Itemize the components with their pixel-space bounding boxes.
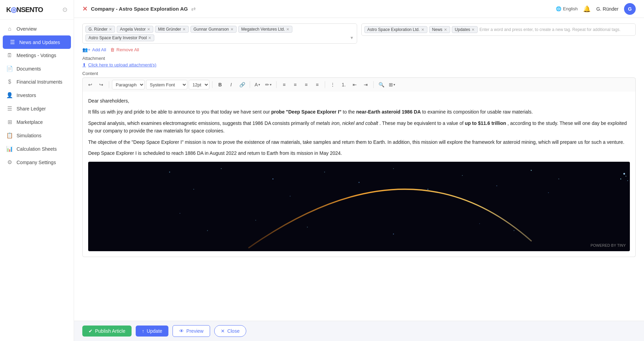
italic-button[interactable]: I xyxy=(226,80,236,89)
recipient-chip: Angela Vestor ✕ xyxy=(117,26,153,33)
settings-icon[interactable]: ⊙ xyxy=(62,6,67,13)
chip-remove-icon[interactable]: ✕ xyxy=(148,36,151,40)
globe-icon: 🌐 xyxy=(556,6,561,11)
tag-chip-remove-icon[interactable]: ✕ xyxy=(421,28,424,32)
sidebar-item-documents[interactable]: 📄Documents xyxy=(0,62,74,75)
svg-point-12 xyxy=(548,192,549,193)
update-button[interactable]: ↑ Update xyxy=(136,326,168,337)
bottombar: ✔ Publish Article ↑ Update 👁 Preview ✕ C… xyxy=(74,321,644,341)
nav-label-overview: Overview xyxy=(17,26,37,32)
sidebar-item-meetings[interactable]: 🗓Meetings - Votings xyxy=(0,49,74,62)
upload-link[interactable]: ⬆ Click here to upload attachment(s) xyxy=(82,62,636,67)
editor-wrapper: G. Ründer ✕Angela Vestor ✕Mitt Gründer ✕… xyxy=(74,18,644,263)
nav-icon-calc-sheets: 📊 xyxy=(6,146,13,152)
undo-button[interactable]: ↩ xyxy=(85,80,95,89)
add-all-button[interactable]: 👥+ Add All xyxy=(82,47,106,52)
chip-remove-icon[interactable]: ✕ xyxy=(147,27,150,32)
recipient-chip: Astro Space Early Investor Pool ✕ xyxy=(85,34,154,41)
remove-all-button[interactable]: 🗑 Remove All xyxy=(110,47,139,52)
preview-button[interactable]: 👁 Preview xyxy=(173,325,210,337)
sidebar-item-overview[interactable]: ⌂Overview xyxy=(0,22,74,35)
table-button[interactable]: ⊞▼ xyxy=(387,80,397,89)
align-left-button[interactable]: ≡ xyxy=(279,80,289,89)
space-image: POWERED BY TINY xyxy=(88,162,630,251)
user-avatar[interactable]: G xyxy=(624,3,636,15)
topbar-back-icon[interactable]: ✕ xyxy=(82,5,87,13)
bell-icon[interactable]: 🔔 xyxy=(583,5,591,13)
svg-point-23 xyxy=(627,180,628,181)
paragraph-2: Spectral analysis, which examines electr… xyxy=(88,119,630,135)
nav-label-calc-sheets: Calculation Sheets xyxy=(17,146,57,152)
nav-icon-meetings: 🗓 xyxy=(6,52,13,58)
nav-label-documents: Documents xyxy=(17,66,41,72)
paragraph-3: The objective of the "Deep Space Explore… xyxy=(88,138,630,146)
chip-remove-icon[interactable]: ✕ xyxy=(109,27,112,32)
align-center-button[interactable]: ≡ xyxy=(290,80,300,89)
svg-point-11 xyxy=(531,170,532,171)
sidebar-item-company-settings[interactable]: ⚙Company Settings xyxy=(0,156,74,169)
svg-point-13 xyxy=(558,179,559,179)
sidebar-item-news[interactable]: ☰News and Updates xyxy=(3,35,71,49)
font-size-select[interactable]: 12pt xyxy=(189,80,209,89)
content-section: Content ↩ ↪ Paragraph System Font 12pt xyxy=(82,71,636,257)
nav-label-financial: Financial Instruments xyxy=(17,79,62,85)
preview-icon: 👁 xyxy=(179,328,184,334)
align-justify-button[interactable]: ≡ xyxy=(312,80,322,89)
add-all-icon: 👥+ xyxy=(82,47,91,52)
outdent-button[interactable]: ⇤ xyxy=(350,80,360,89)
search-button[interactable]: 🔍 xyxy=(376,80,386,89)
sidebar-item-marketplace[interactable]: ⊞Marketplace xyxy=(0,115,74,129)
svg-point-14 xyxy=(180,213,180,214)
chip-remove-icon[interactable]: ✕ xyxy=(286,27,289,32)
font-select[interactable]: System Font xyxy=(146,80,187,89)
ordered-list-button[interactable]: 1. xyxy=(339,80,349,89)
nav-icon-documents: 📄 xyxy=(6,65,13,72)
link-button[interactable]: 🔗 xyxy=(237,80,247,89)
sidebar-item-calc-sheets[interactable]: 📊Calculation Sheets xyxy=(0,142,74,156)
sidebar-item-investors[interactable]: 👤Investors xyxy=(0,88,74,102)
editor-body[interactable]: Dear shareholders, It fills us with joy … xyxy=(82,92,636,257)
recipients-dropdown-arrow[interactable]: ▼ xyxy=(350,35,354,40)
nav-label-meetings: Meetings - Votings xyxy=(17,53,56,58)
paragraph-style-select[interactable]: Paragraph xyxy=(112,80,145,89)
sidebar-logo: K◎NSENTO ⊙ xyxy=(0,0,74,20)
svg-point-24 xyxy=(625,176,626,177)
chip-remove-icon[interactable]: ✕ xyxy=(230,27,233,32)
toolbar-divider-3 xyxy=(250,81,250,88)
tags-field[interactable]: Astro Space Exploration Ltd. ✕News ✕Upda… xyxy=(361,23,636,36)
sidebar-item-share-ledger[interactable]: ☰Share Ledger xyxy=(0,102,74,115)
paragraph-1: It fills us with joy and pride to be abl… xyxy=(88,108,630,116)
tags-hint: Enter a word and press enter, to create … xyxy=(479,27,621,32)
svg-point-0 xyxy=(169,172,170,173)
language-selector[interactable]: 🌐 English xyxy=(556,6,578,11)
chip-remove-icon[interactable]: ✕ xyxy=(183,27,186,32)
recipients-field[interactable]: G. Ründer ✕Angela Vestor ✕Mitt Gründer ✕… xyxy=(82,23,357,44)
logo: K◎NSENTO xyxy=(6,6,43,14)
redo-button[interactable]: ↪ xyxy=(96,80,106,89)
indent-button[interactable]: ⇥ xyxy=(361,80,371,89)
nav-icon-financial: $ xyxy=(6,79,13,85)
logo-text: K◎NSENTO xyxy=(6,6,43,14)
highlight-button[interactable]: ✏▼ xyxy=(264,80,273,89)
font-color-button[interactable]: A▼ xyxy=(253,80,262,89)
nav-icon-investors: 👤 xyxy=(6,92,13,98)
attachment-section: Attachment ⬆ Click here to upload attach… xyxy=(82,56,636,67)
publish-article-button[interactable]: ✔ Publish Article xyxy=(82,326,132,337)
main: ✕ Company - Astro Space Exploration AG ⇄… xyxy=(74,0,644,341)
close-icon: ✕ xyxy=(221,328,225,334)
tag-chip-remove-icon[interactable]: ✕ xyxy=(471,28,475,32)
topbar-swap-icon[interactable]: ⇄ xyxy=(191,6,196,12)
unordered-list-button[interactable]: ⋮ xyxy=(328,80,337,89)
svg-point-2 xyxy=(221,168,221,169)
tag-chip-remove-icon[interactable]: ✕ xyxy=(444,28,447,32)
recipient-chip: Megatech Ventures Ltd. ✕ xyxy=(238,26,293,33)
align-right-button[interactable]: ≡ xyxy=(301,80,311,89)
topbar-right: 🌐 English 🔔 G. Ründer G xyxy=(556,3,636,15)
add-all-label: Add All xyxy=(92,47,106,52)
italic-metals: metals iron, nickel and cobalt xyxy=(316,120,378,126)
sidebar-nav: ⌂Overview☰News and Updates🗓Meetings - Vo… xyxy=(0,20,74,341)
bold-button[interactable]: B xyxy=(215,80,225,89)
sidebar-item-simulations[interactable]: 📋Simulations xyxy=(0,129,74,142)
sidebar-item-financial[interactable]: $Financial Instruments xyxy=(0,75,74,88)
close-button[interactable]: ✕ Close xyxy=(214,325,246,337)
